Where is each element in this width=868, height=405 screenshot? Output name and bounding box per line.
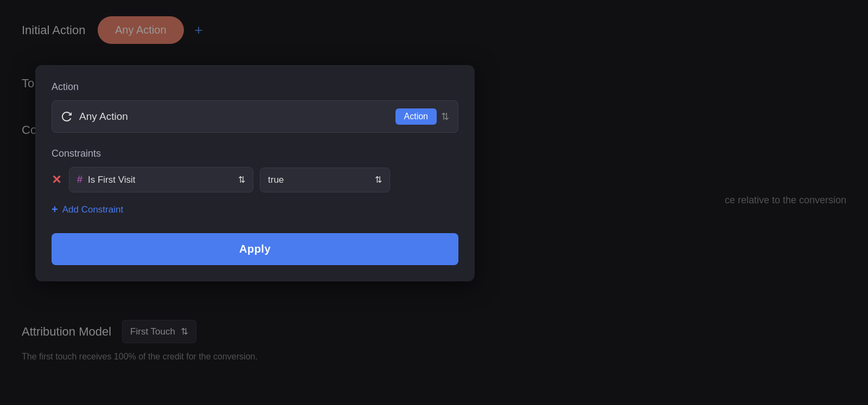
add-constraint-button[interactable]: + Add Constraint [52, 201, 123, 218]
constraint-field-selector[interactable]: # Is First Visit ⇅ [69, 167, 253, 192]
constraint-value-arrows: ⇅ [375, 175, 382, 185]
constraint-hash-icon: # [77, 174, 82, 185]
constraint-value-selector[interactable]: true ⇅ [260, 168, 390, 192]
action-selector-left: Any Action [61, 111, 128, 123]
constraints-section: Constraints ✕ # Is First Visit ⇅ true ⇅ … [52, 148, 458, 218]
apply-button[interactable]: Apply [52, 233, 458, 265]
constraint-value-text: true [268, 175, 371, 185]
constraint-field-label: Is First Visit [88, 175, 233, 185]
action-selector-right: Action ⇅ [395, 108, 449, 125]
remove-constraint-button[interactable]: ✕ [52, 174, 61, 186]
add-constraint-label: Add Constraint [62, 204, 123, 215]
action-badge: Action [395, 108, 437, 125]
action-popup: Action Any Action Action ⇅ Constraints ✕… [35, 65, 475, 281]
action-refresh-icon [61, 111, 73, 123]
action-any-action-text: Any Action [79, 111, 128, 123]
action-selector-row[interactable]: Any Action Action ⇅ [52, 100, 458, 133]
action-section-label: Action [52, 81, 458, 93]
constraint-field-arrows: ⇅ [238, 175, 245, 185]
constraints-section-label: Constraints [52, 148, 458, 159]
action-sort-arrows[interactable]: ⇅ [441, 112, 449, 121]
constraint-row: ✕ # Is First Visit ⇅ true ⇅ [52, 167, 458, 192]
add-constraint-plus-icon: + [52, 203, 58, 216]
